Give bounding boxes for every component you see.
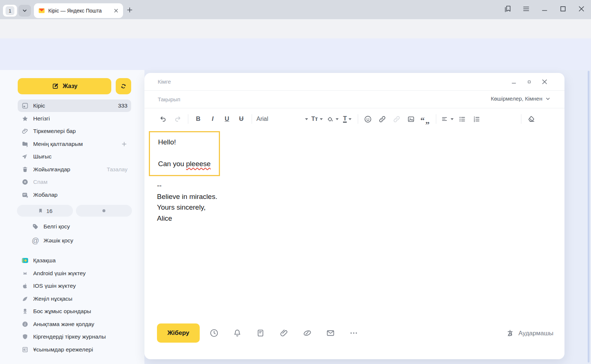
maximize-icon[interactable] [559,4,567,13]
link-label: Бос жұмыс орындары [33,308,91,315]
redo-button[interactable] [172,113,183,125]
font-family-select[interactable]: Arial [256,113,308,125]
folder-label: Спам [33,179,127,185]
sidebar-item-drafts[interactable]: Жобалар [18,189,131,201]
sidebar-item-my-folders[interactable]: Менің қалталарым [18,138,131,150]
compose-minimize-icon[interactable] [511,78,517,85]
sidebar-item-with-attachments[interactable]: Тіркемелері бар [18,125,131,137]
new-tab-button[interactable] [127,7,133,13]
feather-icon [21,295,29,302]
sidebar-item-primary[interactable]: Негізгі [18,112,131,125]
add-mailbox-action[interactable]: @ Жәшік қосу [28,234,124,247]
link-icon [378,115,387,123]
cc-from-toggle[interactable]: Көшірмелер, Кімнен [491,95,550,102]
more-options-button[interactable] [349,328,359,338]
sidebar-link-recommendation-rules[interactable]: Ұсынымдар ережелері [18,343,136,356]
template-button[interactable] [256,328,265,338]
remove-link-button[interactable] [391,113,402,125]
dot-pill[interactable] [76,205,132,217]
side-panel-icon[interactable] [503,4,512,13]
emoji-button[interactable] [363,113,374,125]
signature-block[interactable]: -- Believe in miracles. Yours sincerely,… [157,180,217,224]
add-folder-icon[interactable] [121,141,127,147]
sidebar-link-android[interactable]: Android үшін жүктеу [18,267,136,280]
menu-icon[interactable] [522,4,531,13]
sidebar-item-sent[interactable]: Шығыс [18,150,131,163]
plus-icon [127,7,133,13]
sidebar: Жазу Кіріс 333 Негізгі Тіркемелері ба [0,70,144,364]
subject-input[interactable] [157,93,481,105]
bold-button[interactable]: B [193,113,204,125]
attach-from-disk-button[interactable] [303,328,312,338]
sidebar-item-spam[interactable]: Спам [18,176,131,188]
tab-group-button[interactable]: 1 [3,5,17,17]
translator-button[interactable]: Аудармашы [506,329,553,338]
align-select[interactable] [441,113,454,125]
page-scrollbar[interactable] [588,71,590,363]
subject-field-row: Көшірмелер, Кімнен [144,91,564,108]
underline-button[interactable]: U [221,113,232,125]
bookmarks-pill[interactable]: 16 [17,205,73,217]
refresh-button[interactable] [116,78,131,94]
sidebar-link-language[interactable]: Қазақша [18,254,136,267]
folder-label: Менің қалталарым [33,141,116,147]
chevron-down-icon [545,96,550,101]
italic-button[interactable]: I [207,113,218,125]
fill-color-select[interactable] [326,113,339,125]
cc-from-label: Көшірмелер, Кімнен [491,95,542,102]
to-field-row [144,73,564,90]
text-color-select[interactable]: T [342,113,353,125]
sidebar-item-trash[interactable]: Жойылғандар Тазалау [18,163,131,176]
sidebar-link-ios[interactable]: IOS үшін жүктеу [18,280,136,292]
folder-label: Жойылғандар [33,166,102,173]
sidebar-link-vacancies[interactable]: Бос жұмыс орындары [18,305,136,318]
attach-file-button[interactable] [279,328,289,338]
sidebar-link-login-journal[interactable]: Кіргендерді тіркеу журналы [18,330,136,343]
android-icon [21,270,29,277]
insert-image-button[interactable] [406,113,417,125]
minimize-icon[interactable] [540,4,549,13]
sidebar-link-help[interactable]: Анықтама және қолдау [18,318,136,330]
send-button[interactable]: Жіберу [157,323,200,343]
body-line-empty [158,148,219,159]
link-label: Жеңіл нұсқасы [33,295,72,302]
kazakh-flag-icon [21,257,29,264]
font-size-select[interactable]: Tт [311,113,323,125]
add-label-action[interactable]: Белгі қосу [28,220,124,233]
formatting-toolbar: B I U U Arial Tт T “„ [144,108,564,130]
notify-button[interactable] [232,328,242,338]
divider [188,114,188,124]
inbox-icon [21,102,29,109]
quote-button[interactable]: “„ [420,113,431,125]
attach-from-mail-button[interactable] [326,328,335,338]
highlighted-text-region[interactable]: Hello! Can you pleeese [149,131,220,176]
folder-label: Кіріс [33,102,113,109]
chair-icon [21,308,29,315]
compose-button[interactable]: Жазу [18,78,111,94]
clear-trash-link[interactable]: Тазалау [107,166,127,172]
divider [252,114,252,124]
translate-icon [506,329,515,338]
sidebar-item-inbox[interactable]: Кіріс 333 [18,99,131,112]
to-input[interactable] [157,75,481,88]
numbered-list-button[interactable] [471,113,482,125]
eraser-icon [527,115,535,123]
browser-tab[interactable]: Кіріс — Яндекс Пошта [34,3,123,18]
close-icon[interactable] [577,4,586,13]
trash-icon [21,166,29,173]
link-label: Ұсынымдар ережелері [33,346,93,353]
insert-link-button[interactable] [377,113,388,125]
clear-formatting-button[interactable] [526,113,537,125]
undo-button[interactable] [158,113,169,125]
bullet-list-button[interactable] [457,113,468,125]
schedule-send-button[interactable] [209,328,219,338]
link-label: Анықтама және қолдау [33,321,94,328]
compose-restore-icon[interactable] [526,79,532,85]
info-icon [21,321,29,328]
compose-close-icon[interactable] [541,78,548,85]
tab-group-chevron-button[interactable] [18,5,31,17]
sidebar-link-light-version[interactable]: Жеңіл нұсқасы [18,293,136,305]
strikethrough-button[interactable]: U [236,113,247,125]
redo-icon [174,115,182,123]
tab-close-icon[interactable] [113,8,119,13]
